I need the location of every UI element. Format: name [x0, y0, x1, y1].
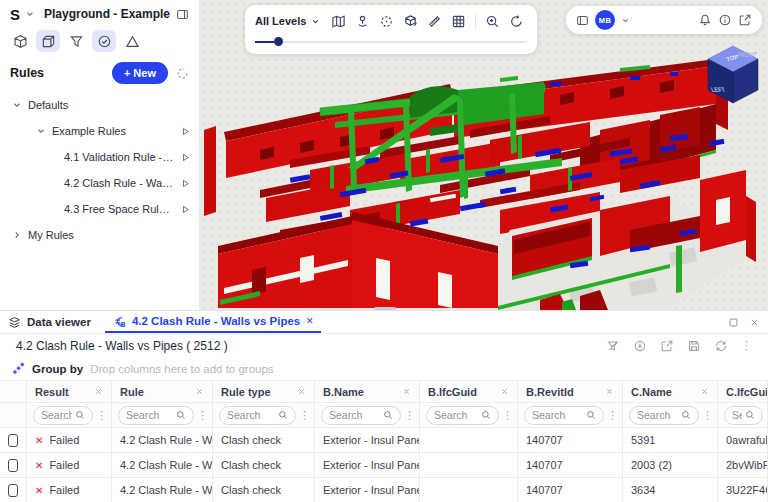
- column-menu-icon[interactable]: ⋮: [96, 410, 107, 421]
- chevron-down-icon[interactable]: [621, 16, 630, 25]
- search-input[interactable]: [732, 409, 742, 421]
- table-row[interactable]: ✕Failed 4.2 Clash Rule - Walls vs... Cla…: [0, 428, 768, 453]
- avatar[interactable]: MB: [595, 10, 615, 30]
- toolbar-divider: [475, 13, 476, 29]
- b-name-value: Exterior - Insul Panel on...: [315, 478, 420, 502]
- table-row[interactable]: ✕Failed 4.2 Clash Rule - Walls vs... Cla…: [0, 478, 768, 502]
- column-menu-icon[interactable]: ⋮: [607, 410, 618, 421]
- c-ifcguid-value: 3U22F4GIz: [718, 478, 768, 502]
- remove-column-icon[interactable]: [297, 387, 306, 396]
- info-icon[interactable]: [718, 13, 732, 27]
- export-icon[interactable]: [660, 339, 674, 353]
- chevron-down-icon[interactable]: [25, 9, 35, 19]
- level-slider[interactable]: [255, 41, 527, 43]
- column-header[interactable]: C.IfcGuid: [726, 386, 768, 398]
- column-header[interactable]: Rule type: [221, 386, 271, 398]
- remove-column-icon[interactable]: [605, 387, 614, 396]
- filter-icon[interactable]: [64, 30, 88, 52]
- group-by-bar[interactable]: Group by Drop columns here to add to gro…: [0, 357, 768, 381]
- triangle-icon[interactable]: [120, 30, 144, 52]
- map-icon[interactable]: [331, 14, 346, 29]
- navigation-cube[interactable]: TOP LEFT FRONT: [702, 42, 764, 106]
- tree-item-label: Defaults: [28, 99, 191, 111]
- chevron-down-icon[interactable]: [12, 100, 22, 110]
- rule-value: 4.2 Clash Rule - Walls vs...: [112, 428, 213, 453]
- bell-icon[interactable]: [698, 13, 712, 27]
- c-name-value: 5391: [623, 428, 718, 453]
- kebab-menu-icon[interactable]: ⋮: [741, 340, 752, 351]
- refresh-icon[interactable]: [714, 339, 728, 353]
- level-slider-knob[interactable]: [274, 37, 283, 46]
- search-input[interactable]: [532, 409, 583, 421]
- rules-section-title: Rules: [10, 66, 104, 80]
- remove-column-icon[interactable]: [94, 387, 103, 396]
- column-header[interactable]: B.IfcGuid: [428, 386, 477, 398]
- search-pill: [524, 406, 604, 425]
- focus-icon[interactable]: [379, 14, 394, 29]
- row-checkbox[interactable]: [8, 484, 18, 497]
- row-checkbox[interactable]: [8, 459, 18, 472]
- tree-item-rule-43[interactable]: 4.3 Free Space Rule - Door Swing Test: [0, 196, 199, 222]
- column-menu-icon[interactable]: ⋮: [502, 410, 513, 421]
- model-viewport[interactable]: All Levels: [200, 0, 768, 310]
- levels-dropdown[interactable]: All Levels: [255, 15, 320, 27]
- reset-view-icon[interactable]: [509, 14, 524, 29]
- run-rule-icon[interactable]: [180, 126, 191, 137]
- remove-column-icon[interactable]: [700, 387, 709, 396]
- run-rule-icon[interactable]: [180, 204, 191, 215]
- circle-plus-icon[interactable]: [633, 339, 647, 353]
- column-header[interactable]: C.Name: [631, 386, 672, 398]
- ruleset-icon: [113, 315, 126, 328]
- search-input[interactable]: [637, 409, 678, 421]
- remove-column-icon[interactable]: [402, 387, 411, 396]
- app-logo[interactable]: S: [10, 6, 20, 23]
- walkthrough-icon[interactable]: [355, 14, 370, 29]
- search-input[interactable]: [41, 409, 72, 421]
- column-menu-icon[interactable]: ⋮: [197, 410, 208, 421]
- measure-icon[interactable]: [427, 14, 442, 29]
- search-input[interactable]: [227, 409, 275, 421]
- box-icon[interactable]: [8, 30, 32, 52]
- chevron-right-icon[interactable]: [12, 230, 22, 240]
- grid-icon[interactable]: [451, 14, 466, 29]
- sidebar-collapse-icon[interactable]: [176, 8, 189, 21]
- new-rule-button[interactable]: + New: [112, 62, 168, 84]
- column-header[interactable]: B.RevitId: [526, 386, 574, 398]
- filter-off-icon[interactable]: [606, 339, 620, 353]
- zoom-area-icon[interactable]: [485, 14, 500, 29]
- row-checkbox[interactable]: [8, 434, 18, 447]
- model-cube-icon[interactable]: [36, 30, 60, 52]
- remove-column-icon[interactable]: [195, 387, 204, 396]
- tree-item-rule-42[interactable]: 4.2 Clash Rule - Walls vs Pipes: [0, 170, 199, 196]
- search-input[interactable]: [434, 409, 478, 421]
- search-input[interactable]: [329, 409, 380, 421]
- cube-3d-icon[interactable]: [403, 14, 418, 29]
- close-icon[interactable]: [749, 317, 760, 328]
- tab-clash-rule[interactable]: 4.2 Clash Rule - Walls vs Pipes ×: [105, 311, 321, 333]
- c-name-value: 3634: [623, 478, 718, 502]
- data-viewer-panel: Data viewer 4.2 Clash Rule - Walls vs Pi…: [0, 310, 768, 502]
- run-rule-icon[interactable]: [180, 178, 191, 189]
- table-row[interactable]: ✕Failed 4.2 Clash Rule - Walls vs... Cla…: [0, 453, 768, 478]
- chevron-down-icon[interactable]: [36, 126, 46, 136]
- remove-column-icon[interactable]: [500, 387, 509, 396]
- save-icon[interactable]: [687, 339, 701, 353]
- column-header[interactable]: B.Name: [323, 386, 364, 398]
- tree-item-rule-41[interactable]: 4.1 Validation Rule - LoadBearing: [0, 144, 199, 170]
- column-menu-icon[interactable]: ⋮: [299, 410, 310, 421]
- tab-close-icon[interactable]: ×: [306, 314, 313, 328]
- sidebar-collapse-icon[interactable]: [576, 14, 589, 27]
- column-menu-icon[interactable]: ⋮: [404, 410, 415, 421]
- maximize-icon[interactable]: [728, 317, 739, 328]
- column-menu-icon[interactable]: ⋮: [702, 410, 713, 421]
- check-circle-icon[interactable]: [92, 30, 116, 52]
- tree-item-example-rules[interactable]: Example Rules: [0, 118, 199, 144]
- column-header[interactable]: Result: [35, 386, 69, 398]
- run-rule-icon[interactable]: [180, 152, 191, 163]
- tree-item-defaults[interactable]: Defaults: [0, 92, 199, 118]
- column-header[interactable]: Rule: [120, 386, 144, 398]
- tree-item-my-rules[interactable]: My Rules: [0, 222, 199, 248]
- panel-resize-handle[interactable]: [374, 307, 396, 310]
- share-icon[interactable]: [738, 13, 752, 27]
- search-input[interactable]: [126, 409, 173, 421]
